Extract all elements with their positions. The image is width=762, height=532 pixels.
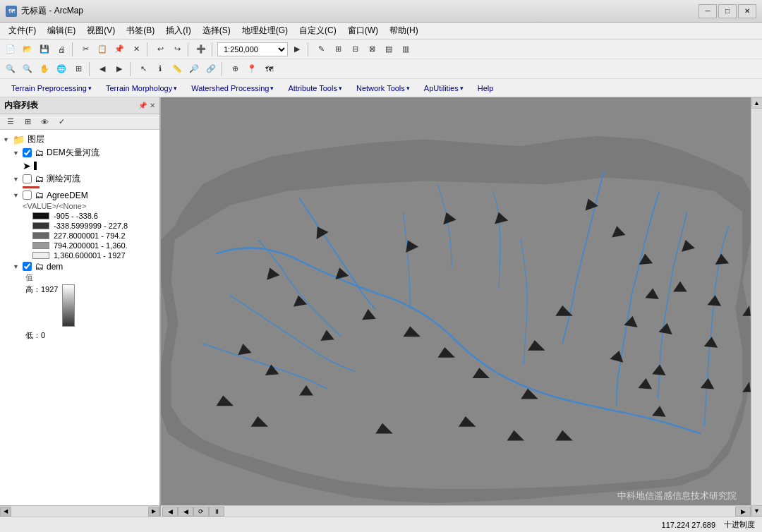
menu-item-h[interactable]: 帮助(H) xyxy=(384,23,424,38)
hyperlink-btn[interactable]: 🔗 xyxy=(203,61,219,77)
scroll-left-btn[interactable]: ◀ xyxy=(0,507,11,516)
check-dem[interactable] xyxy=(23,262,32,271)
map-scroll-btn2[interactable]: ◀ xyxy=(178,507,193,516)
range-2: -338.5999999 - 227.8 xyxy=(54,222,128,230)
maximize-button[interactable]: □ xyxy=(718,4,737,18)
toc-close-icon[interactable]: ✕ xyxy=(150,102,155,109)
plugin-btn-help[interactable]: Help xyxy=(471,82,501,95)
extent-btn[interactable]: ⊞ xyxy=(71,61,86,77)
hand-btn[interactable]: ✋ xyxy=(37,61,52,77)
toc-listbyorder[interactable]: ☰ xyxy=(3,114,18,130)
menu-item-g[interactable]: 地理处理(G) xyxy=(236,23,294,38)
toc-root-group[interactable]: ▼ 📁 图层 xyxy=(3,133,157,146)
undo-button[interactable]: ↩ xyxy=(152,42,168,57)
coords-display: 117.224 27.689 xyxy=(662,521,715,529)
plugin-btn-network-tools[interactable]: Network Tools ▾ xyxy=(349,82,417,95)
toc-listbysource[interactable]: ⊞ xyxy=(20,114,35,130)
swatch-2 xyxy=(32,222,49,229)
scroll-down-btn[interactable]: ▼ xyxy=(751,505,763,516)
dem-scale-labels: 高：1927 低：0 xyxy=(25,284,58,341)
new-button[interactable]: 📄 xyxy=(3,42,18,57)
toc-controls: 📌 ✕ xyxy=(138,102,155,109)
toc-listbysel[interactable]: ✓ xyxy=(54,114,69,130)
menu-item-i[interactable]: 插入(I) xyxy=(160,23,196,38)
menu-item-e[interactable]: 编辑(E) xyxy=(42,23,81,38)
zoom-in-btn[interactable]: 🔍 xyxy=(3,61,18,77)
sep1 xyxy=(72,42,75,56)
dem-vector-legend: ➤ xyxy=(13,159,157,172)
expand-agreedem: ▼ xyxy=(13,192,20,199)
delete-button[interactable]: ✕ xyxy=(128,42,144,57)
tb-btn7[interactable]: ⊟ xyxy=(347,42,363,57)
save-button[interactable]: 💾 xyxy=(37,42,52,57)
redo-button[interactable]: ↪ xyxy=(169,42,185,57)
plugin-btn-terrain-morphology[interactable]: Terrain Morphology ▾ xyxy=(99,82,184,95)
map-refresh[interactable]: ⟳ xyxy=(193,507,209,516)
tb-btn8[interactable]: ⊠ xyxy=(364,42,380,57)
toc-title: 内容列表 xyxy=(4,99,38,111)
check-dem-vector[interactable] xyxy=(23,148,32,157)
toc-dock-icon[interactable]: 📌 xyxy=(138,102,147,109)
map-scroll-left[interactable]: ◀ xyxy=(162,507,178,516)
tb-btn9[interactable]: ▤ xyxy=(381,42,397,57)
paste-button[interactable]: 📌 xyxy=(111,42,127,57)
toc-panel: 内容列表 📌 ✕ ☰ ⊞ 👁 ✓ ▼ 📁 图层 ▼ xyxy=(0,97,161,516)
plugin-btn-watershed-processing[interactable]: Watershed Processing ▾ xyxy=(184,82,281,95)
plugin-btn-terrain-preprocessing[interactable]: Terrain Preprocessing ▾ xyxy=(4,82,99,95)
cut-button[interactable]: ✂ xyxy=(78,42,93,57)
globe-btn[interactable]: 🌐 xyxy=(54,61,69,77)
plugin-btn-aputilities[interactable]: ApUtilities ▾ xyxy=(417,82,471,95)
toc-listbyvis[interactable]: 👁 xyxy=(37,114,52,130)
layer-agreedem-row[interactable]: ▼ 🗂 AgreeDEM xyxy=(13,189,157,201)
layer-survey-river: ▼ 🗂 测绘河流 xyxy=(3,172,157,189)
scale-go[interactable]: ▶ xyxy=(289,42,305,57)
plugin-btn-attribute-tools[interactable]: Attribute Tools ▾ xyxy=(281,82,349,95)
menu-item-w[interactable]: 窗口(W) xyxy=(342,23,384,38)
select-btn[interactable]: ↖ xyxy=(135,61,151,77)
copy-button[interactable]: 📋 xyxy=(95,42,110,57)
open-button[interactable]: 📂 xyxy=(20,42,35,57)
fwd-btn[interactable]: ▶ xyxy=(111,61,127,77)
menu-item-b[interactable]: 书签(B) xyxy=(121,23,160,38)
zoom-out-btn[interactable]: 🔍 xyxy=(20,61,35,77)
map-scroll-right[interactable]: ▶ xyxy=(735,507,751,516)
map-pause[interactable]: ⏸ xyxy=(209,507,224,516)
add-data-button[interactable]: ➕ xyxy=(193,42,209,57)
right-scrollbar[interactable]: ▲ ▼ xyxy=(751,97,762,516)
scroll-up-btn[interactable]: ▲ xyxy=(751,97,763,109)
sep-t2 xyxy=(89,62,92,76)
find-btn[interactable]: 🔎 xyxy=(186,61,202,77)
map-area[interactable]: 中科地信遥感信息技术研究院 ◀ ◀ ⟳ ⏸ ▶ xyxy=(161,97,751,516)
route-btn[interactable]: 🗺 xyxy=(261,61,277,77)
sep-t4 xyxy=(222,62,224,76)
menu-item-c[interactable]: 自定义(C) xyxy=(294,23,342,38)
editor-btn[interactable]: ✎ xyxy=(313,42,329,57)
map-svg xyxy=(161,97,751,516)
toc-hscroll[interactable]: ◀ ▶ xyxy=(0,505,159,516)
spatial-btn[interactable]: 📍 xyxy=(244,61,260,77)
menu-item-s[interactable]: 选择(S) xyxy=(197,23,236,38)
menu-item-v[interactable]: 视图(V) xyxy=(81,23,121,38)
layer-dem-row[interactable]: ▼ 🗂 dem xyxy=(13,260,157,272)
check-agreedem[interactable] xyxy=(23,191,32,200)
layer-dem-vector-row[interactable]: ▼ 🗂 DEM矢量河流 xyxy=(13,146,157,159)
back-btn[interactable]: ◀ xyxy=(95,61,110,77)
print-button[interactable]: 🖨 xyxy=(54,42,69,57)
expand-survey: ▼ xyxy=(13,176,20,183)
measure-btn[interactable]: 📏 xyxy=(169,61,185,77)
line-swatch xyxy=(34,162,37,170)
identify-btn[interactable]: ℹ xyxy=(152,61,168,77)
layer-survey-river-row[interactable]: ▼ 🗂 测绘河流 xyxy=(13,172,157,186)
check-survey-river[interactable] xyxy=(23,174,32,183)
agreedem-label: AgreeDEM xyxy=(47,191,88,200)
dem-value-label: 值 xyxy=(25,272,157,283)
scroll-right-btn[interactable]: ▶ xyxy=(148,507,159,516)
tb-btn10[interactable]: ▥ xyxy=(398,42,413,57)
scale-combo[interactable]: 1:250,000 1:100,000 1:50,000 xyxy=(217,42,288,56)
tb-btn6[interactable]: ⊞ xyxy=(330,42,346,57)
georef-btn[interactable]: ⊕ xyxy=(227,61,243,77)
minimize-button[interactable]: ─ xyxy=(698,4,717,18)
close-button[interactable]: ✕ xyxy=(738,4,756,18)
menu-item-f[interactable]: 文件(F) xyxy=(3,23,42,38)
map-hscroll[interactable]: ◀ ◀ ⟳ ⏸ ▶ xyxy=(161,505,751,516)
